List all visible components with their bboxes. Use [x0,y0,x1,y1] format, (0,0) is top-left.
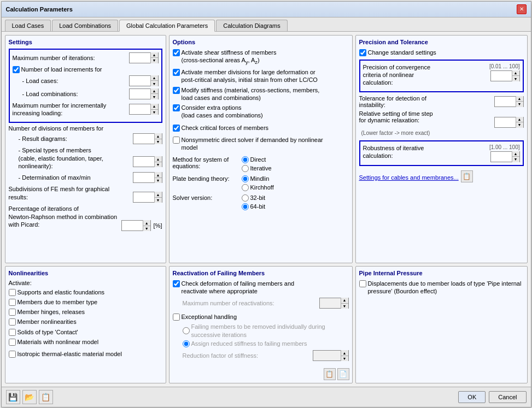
max-iterations-input[interactable]: 100 [130,53,150,63]
hinges-releases-checkbox[interactable] [9,309,16,316]
det-maxmin-up[interactable]: ▲ [154,172,162,178]
tab-load-cases[interactable]: Load Cases [5,20,51,31]
max-incremental-spinbox[interactable]: 1000 ▲ ▼ [129,104,159,115]
reactivation-icon-2[interactable]: 📄 [337,368,349,380]
fe-mesh-input[interactable]: 3 [133,192,154,202]
reactivation-icon-1[interactable]: 📋 [324,368,336,380]
tab-global-calc[interactable]: Global Calculation Parameters [119,20,215,32]
member-nonlinearities-checkbox[interactable] [9,318,16,326]
convergence-up[interactable]: ▲ [512,70,519,76]
bending-kirchhoff-radio[interactable] [242,184,249,191]
result-diagrams-up[interactable]: ▲ [154,133,162,139]
convergence-spinbox[interactable]: 1.00 ▲ ▼ [490,70,520,81]
check-critical-checkbox[interactable] [173,125,180,132]
change-standard-checkbox[interactable] [359,49,366,56]
robustness-down[interactable]: ▼ [512,157,519,162]
instability-input[interactable]: 1.00 [495,97,516,107]
result-diagrams-down[interactable]: ▼ [154,139,162,145]
fe-mesh-spinbox[interactable]: 3 ▲ ▼ [133,192,162,203]
result-diagrams-input[interactable]: 10 [133,134,154,144]
solver-32-radio[interactable] [242,194,249,202]
max-iterations-spinbox[interactable]: 100 ▲ ▼ [129,52,159,63]
max-reactivations-input[interactable]: 3 [320,298,341,308]
newton-input[interactable]: 5 [122,221,143,230]
reduction-down[interactable]: ▼ [341,356,348,362]
reduction-up[interactable]: ▲ [341,350,348,356]
extra-options-checkbox[interactable] [173,104,180,111]
load-cases-down[interactable]: ▼ [150,81,158,86]
time-step-down[interactable]: ▼ [516,122,523,128]
member-divisions-checkbox[interactable] [173,69,180,76]
isotropic-checkbox[interactable] [9,351,16,358]
failing-remove-radio[interactable] [183,327,190,334]
shear-stiffness-checkbox[interactable] [173,49,180,56]
robustness-spinbox[interactable]: 1.00 ▲ ▼ [490,151,520,162]
instability-up[interactable]: ▲ [516,96,523,102]
load-cases-up[interactable]: ▲ [150,75,158,81]
result-diagrams-spinbox[interactable]: 10 ▲ ▼ [133,133,162,144]
instability-spinbox[interactable]: 1.00 ▲ ▼ [494,96,524,107]
reduction-spinbox[interactable]: 1000 ▲ ▼ [313,350,349,361]
convergence-input[interactable]: 1.00 [491,71,512,81]
exceptional-checkbox[interactable] [173,314,180,321]
method-iterative-radio[interactable] [242,165,249,172]
check-deformation-checkbox[interactable] [173,280,180,287]
robustness-up[interactable]: ▲ [512,151,519,157]
special-types-up[interactable]: ▲ [154,156,162,162]
footer-icon-1[interactable]: 💾 [6,390,20,404]
instability-down[interactable]: ▼ [516,102,523,107]
max-reactivations-spinbox[interactable]: 3 ▲ ▼ [319,298,349,309]
solver-64-radio[interactable] [242,203,249,210]
newton-down[interactable]: ▼ [143,226,150,232]
cables-link[interactable]: Settings for cables and membranes... [359,174,459,181]
precision-icon-btn[interactable]: 📋 [461,170,473,182]
time-step-spinbox[interactable]: 1.00 ▲ ▼ [494,117,524,128]
load-cases-input[interactable]: 1 [130,76,150,86]
tab-calc-diagrams[interactable]: Calculation Diagrams [216,20,288,31]
assign-stiffness-radio[interactable] [183,340,190,347]
footer-icon-2[interactable]: 📂 [22,390,37,404]
cancel-button[interactable]: Cancel [489,391,526,403]
time-step-input[interactable]: 1.00 [495,117,516,127]
supports-elastic-checkbox[interactable] [9,289,16,296]
reduction-input[interactable]: 1000 [313,351,341,360]
special-types-input[interactable]: 10 [133,157,154,167]
fe-mesh-up[interactable]: ▲ [154,192,162,198]
member-type-checkbox[interactable] [9,299,16,306]
time-step-up[interactable]: ▲ [516,117,523,123]
solids-contact-checkbox[interactable] [9,329,16,336]
det-maxmin-spinbox[interactable]: 10 ▲ ▼ [133,172,162,183]
fe-mesh-down[interactable]: ▼ [154,198,162,203]
max-incremental-down[interactable]: ▼ [150,110,158,115]
det-maxmin-down[interactable]: ▼ [154,178,162,184]
ok-button[interactable]: OK [458,391,486,403]
load-combos-up[interactable]: ▲ [150,88,158,94]
nonsymmetric-checkbox[interactable] [173,137,180,144]
newton-up[interactable]: ▲ [143,220,150,226]
bending-mindlin-radio[interactable] [242,175,249,182]
tab-load-combinations[interactable]: Load Combinations [52,20,118,31]
method-direct-radio[interactable] [242,156,249,163]
newton-spinbox[interactable]: 5 ▲ ▼ [121,220,151,231]
robustness-input[interactable]: 1.00 [491,152,512,162]
max-reactivations-down[interactable]: ▼ [341,304,348,309]
close-button[interactable]: ✕ [517,4,527,14]
max-incremental-input[interactable]: 1000 [130,104,150,114]
materials-nonlinear-checkbox[interactable] [9,339,16,346]
special-types-spinbox[interactable]: 10 ▲ ▼ [133,156,162,167]
max-reactivations-up[interactable]: ▲ [341,298,348,304]
det-maxmin-input[interactable]: 10 [133,173,154,182]
modify-stiffness-checkbox[interactable] [173,87,180,94]
max-incremental-up[interactable]: ▲ [150,104,158,110]
load-combos-down[interactable]: ▼ [150,94,158,99]
footer-icon-3[interactable]: 📋 [39,390,53,404]
special-types-down[interactable]: ▼ [154,162,162,168]
displacements-checkbox[interactable] [359,280,366,287]
load-combos-spinbox[interactable]: 1 ▲ ▼ [129,88,159,99]
convergence-down[interactable]: ▼ [512,76,519,81]
load-increments-checkbox[interactable] [13,66,20,73]
load-cases-spinbox[interactable]: 1 ▲ ▼ [129,75,159,86]
max-iterations-down[interactable]: ▼ [150,58,158,63]
load-combos-input[interactable]: 1 [130,89,150,99]
max-iterations-up[interactable]: ▲ [150,52,158,58]
